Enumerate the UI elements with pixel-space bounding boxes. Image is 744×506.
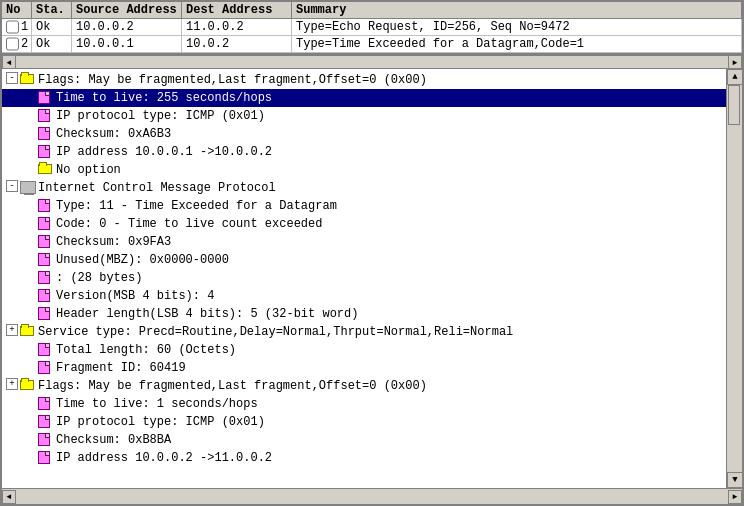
row1-checkbox[interactable]: [6, 20, 19, 34]
doc-icon-4: [38, 144, 54, 158]
doc-icon-3: [38, 126, 54, 140]
row1-summary: Type=Echo Request, ID=256, Seq No=9472: [292, 19, 742, 35]
doc-icon-15: [38, 342, 54, 356]
detail-text-13: Header length(LSB 4 bits): 5 (32-bit wor…: [56, 306, 358, 322]
doc-icon-12: [38, 288, 54, 302]
detail-item-3[interactable]: Checksum: 0xA6B3: [2, 125, 726, 143]
proto-icon-6: [20, 180, 36, 194]
detail-text-16: Fragment ID: 60419: [56, 360, 186, 376]
header-dst: Dest Address: [182, 2, 292, 18]
doc-icon-19: [38, 414, 54, 428]
vscroll-thumb[interactable]: [728, 85, 740, 125]
row1-src: 10.0.0.2: [72, 19, 182, 35]
detail-item-2[interactable]: IP protocol type: ICMP (0x01): [2, 107, 726, 125]
row1-status: Ok: [32, 19, 72, 35]
detail-content: -Flags: May be fragmented,Last fragment,…: [2, 69, 742, 488]
doc-icon-2: [38, 108, 54, 122]
detail-text-8: Code: 0 - Time to live count exceeded: [56, 216, 322, 232]
detail-text-20: Checksum: 0xB8BA: [56, 432, 171, 448]
doc-icon-10: [38, 252, 54, 266]
hscroll-bottom-track[interactable]: [16, 491, 728, 503]
detail-text-12: Version(MSB 4 bits): 4: [56, 288, 214, 304]
detail-item-4[interactable]: IP address 10.0.0.1 ->10.0.0.2: [2, 143, 726, 161]
detail-text-6: Internet Control Message Protocol: [38, 180, 276, 196]
detail-text-10: Unused(MBZ): 0x0000-0000: [56, 252, 229, 268]
row2-dst: 10.0.2: [182, 36, 292, 52]
header-sum: Summary: [292, 2, 742, 18]
detail-item-6[interactable]: -Internet Control Message Protocol: [2, 179, 726, 197]
packet-row-1[interactable]: 1 Ok 10.0.0.2 11.0.0.2 Type=Echo Request…: [2, 19, 742, 36]
detail-item-16[interactable]: Fragment ID: 60419: [2, 359, 726, 377]
doc-icon-1: [38, 90, 54, 104]
hscroll-left-arrow[interactable]: ◄: [2, 55, 16, 69]
detail-item-14[interactable]: +Service type: Precd=Routine,Delay=Norma…: [2, 323, 726, 341]
packet-table: No Sta. Source Address Dest Address Summ…: [2, 2, 742, 55]
main-window: No Sta. Source Address Dest Address Summ…: [0, 0, 744, 506]
row1-dst: 11.0.0.2: [182, 19, 292, 35]
doc-icon-16: [38, 360, 54, 374]
detail-item-9[interactable]: Checksum: 0x9FA3: [2, 233, 726, 251]
detail-item-11[interactable]: : (28 bytes): [2, 269, 726, 287]
hscroll-bottom-left-arrow[interactable]: ◄: [2, 490, 16, 504]
detail-item-1[interactable]: Time to live: 255 seconds/hops: [2, 89, 726, 107]
doc-icon-9: [38, 234, 54, 248]
detail-item-15[interactable]: Total length: 60 (Octets): [2, 341, 726, 359]
detail-text-9: Checksum: 0x9FA3: [56, 234, 171, 250]
detail-item-13[interactable]: Header length(LSB 4 bits): 5 (32-bit wor…: [2, 305, 726, 323]
doc-icon-7: [38, 198, 54, 212]
row2-checkbox[interactable]: [6, 37, 19, 51]
folder-icon-14: [20, 324, 36, 338]
doc-icon-13: [38, 306, 54, 320]
detail-item-12[interactable]: Version(MSB 4 bits): 4: [2, 287, 726, 305]
folder-icon-17: [20, 378, 36, 392]
detail-item-10[interactable]: Unused(MBZ): 0x0000-0000: [2, 251, 726, 269]
top-hscrollbar[interactable]: ◄ ►: [2, 55, 742, 69]
detail-item-21[interactable]: IP address 10.0.0.2 ->11.0.0.2: [2, 449, 726, 467]
detail-text-11: : (28 bytes): [56, 270, 142, 286]
detail-text-17: Flags: May be fragmented,Last fragment,O…: [38, 378, 427, 394]
row1-no: 1: [2, 19, 32, 35]
hscroll-top-track[interactable]: [16, 56, 728, 68]
row2-status: Ok: [32, 36, 72, 52]
vscroll-down-arrow[interactable]: ▼: [727, 472, 742, 488]
detail-text-3: Checksum: 0xA6B3: [56, 126, 171, 142]
detail-item-8[interactable]: Code: 0 - Time to live count exceeded: [2, 215, 726, 233]
doc-icon-21: [38, 450, 54, 464]
doc-icon-20: [38, 432, 54, 446]
detail-item-17[interactable]: +Flags: May be fragmented,Last fragment,…: [2, 377, 726, 395]
folder-icon-5: [38, 162, 54, 176]
expand-btn-0[interactable]: -: [6, 72, 18, 84]
detail-item-20[interactable]: Checksum: 0xB8BA: [2, 431, 726, 449]
doc-icon-11: [38, 270, 54, 284]
packet-row-2[interactable]: 2 Ok 10.0.0.1 10.0.2 Type=Time Exceeded …: [2, 36, 742, 53]
header-no: No: [2, 2, 32, 18]
detail-text-2: IP protocol type: ICMP (0x01): [56, 108, 265, 124]
vscroll-up-arrow[interactable]: ▲: [727, 69, 742, 85]
header-sta: Sta.: [32, 2, 72, 18]
detail-item-0[interactable]: -Flags: May be fragmented,Last fragment,…: [2, 71, 726, 89]
bottom-hscrollbar[interactable]: ◄ ►: [2, 488, 742, 504]
expand-btn-14[interactable]: +: [6, 324, 18, 336]
expand-btn-17[interactable]: +: [6, 378, 18, 390]
detail-text-19: IP protocol type: ICMP (0x01): [56, 414, 265, 430]
doc-icon-8: [38, 216, 54, 230]
detail-text-15: Total length: 60 (Octets): [56, 342, 236, 358]
detail-item-19[interactable]: IP protocol type: ICMP (0x01): [2, 413, 726, 431]
detail-text-5: No option: [56, 162, 121, 178]
vscrollbar[interactable]: ▲ ▼: [726, 69, 742, 488]
detail-text-4: IP address 10.0.0.1 ->10.0.0.2: [56, 144, 272, 160]
vscroll-track[interactable]: [727, 85, 742, 472]
folder-icon-0: [20, 72, 36, 86]
row2-no: 2: [2, 36, 32, 52]
detail-item-5[interactable]: No option: [2, 161, 726, 179]
detail-text-7: Type: 11 - Time Exceeded for a Datagram: [56, 198, 337, 214]
detail-item-7[interactable]: Type: 11 - Time Exceeded for a Datagram: [2, 197, 726, 215]
hscroll-bottom-right-arrow[interactable]: ►: [728, 490, 742, 504]
detail-item-18[interactable]: Time to live: 1 seconds/hops: [2, 395, 726, 413]
row2-summary: Type=Time Exceeded for a Datagram,Code=1: [292, 36, 742, 52]
doc-icon-18: [38, 396, 54, 410]
detail-text-21: IP address 10.0.0.2 ->11.0.0.2: [56, 450, 272, 466]
detail-text-18: Time to live: 1 seconds/hops: [56, 396, 258, 412]
expand-btn-6[interactable]: -: [6, 180, 18, 192]
hscroll-right-arrow[interactable]: ►: [728, 55, 742, 69]
